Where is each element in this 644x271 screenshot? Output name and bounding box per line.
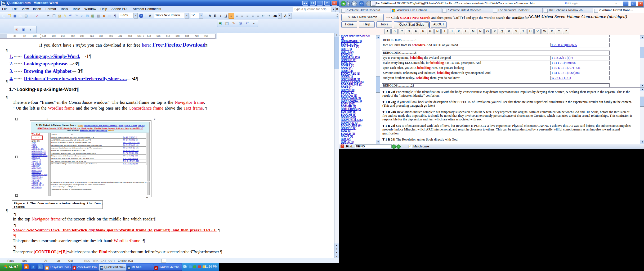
- google-search-field[interactable]: G Google ⌕: [564, 1, 618, 7]
- section-letter-C[interactable]: C: [399, 29, 405, 34]
- redo-icon[interactable]: ↷: [73, 13, 79, 19]
- cut-icon[interactable]: ✂: [46, 13, 51, 19]
- increase-indent-icon[interactable]: ⇥: [266, 13, 271, 19]
- toc-link[interactable]: Looking·up·a·phrase.: [24, 61, 68, 66]
- section-letter-Y[interactable]: Y: [556, 29, 562, 34]
- quicklaunch-firefox-icon[interactable]: ◉: [24, 264, 29, 269]
- tools-button[interactable]: Tools: [376, 21, 392, 28]
- format-painter-icon[interactable]: ✎: [62, 13, 68, 19]
- back-dropdown-icon[interactable]: ▾: [347, 1, 350, 6]
- section-letter-U[interactable]: U: [527, 29, 534, 34]
- justify-icon[interactable]: ≡: [245, 13, 250, 19]
- selection-handle[interactable]: [15, 118, 18, 120]
- menu-insert[interactable]: Insert: [31, 6, 43, 11]
- wordlist-link[interactable]: BODY-IDENTIFICATION: [341, 35, 377, 37]
- quicklaunch-ie-icon[interactable]: e: [31, 264, 35, 269]
- underline-icon[interactable]: U: [223, 13, 229, 19]
- word-document[interactable]: If·you·don’t·have·Firefox·you·can·downlo…: [0, 39, 334, 258]
- section-letter-F[interactable]: F: [420, 29, 426, 34]
- research-icon[interactable]: ◔: [40, 13, 46, 19]
- picture-insert-icon[interactable]: ▣: [217, 21, 223, 26]
- font-name-combobox[interactable]: Times New Roman: [154, 13, 185, 18]
- section-letter-M[interactable]: M: [470, 29, 476, 34]
- quick-start-guide-button[interactable]: Quick Start Guide: [394, 21, 430, 28]
- section-letter-L[interactable]: L: [463, 29, 469, 34]
- find-input[interactable]: BEING: [355, 144, 392, 148]
- wordlist-frame[interactable]: BODY-IDENTIFICATION(1)BODY-IMAGE (1)BOLS…: [340, 35, 377, 144]
- help-button[interactable]: Help: [359, 21, 375, 28]
- open-icon[interactable]: ❐: [7, 13, 12, 19]
- float-overflow-icon[interactable]: ▾: [28, 27, 33, 33]
- inline-link[interactable]: here: [142, 43, 150, 48]
- menu-view[interactable]: View: [20, 6, 31, 11]
- ff-minimize-button[interactable]: –: [623, 1, 629, 6]
- language-indicator[interactable]: EN: [183, 265, 187, 268]
- scroll-up-icon[interactable]: ▲: [640, 88, 644, 91]
- close-button[interactable]: ✕: [332, 1, 337, 6]
- picture-crop-icon[interactable]: ◲: [238, 21, 243, 26]
- new-document-icon[interactable]: ▢: [1, 13, 7, 19]
- zoom-combobox[interactable]: 100%: [119, 13, 134, 18]
- toc-item[interactable]: 1. °°°°°·Looking·up·a·Single·Word.·1¶: [10, 54, 91, 59]
- menu-format[interactable]: Format: [43, 6, 58, 11]
- align-left-icon[interactable]: ≡: [229, 13, 234, 19]
- reference-link[interactable]: T 25 B 4 T(866)685: [551, 43, 577, 47]
- scroll-thumb[interactable]: [640, 47, 644, 58]
- text-frame-scrollbar[interactable]: ▲ ▼: [640, 87, 644, 144]
- type-question-input[interactable]: Type a question for help: [293, 7, 333, 12]
- scroll-down-icon[interactable]: ▼: [640, 84, 644, 88]
- section-letter-H[interactable]: H: [434, 29, 441, 34]
- concordance-row-ref[interactable]: T 11 I 9 T(479)306: [550, 61, 609, 65]
- concordance-row-ref[interactable]: T 1 B 22b T(6)-6-: [550, 56, 609, 60]
- back-icon[interactable]: ◀: [341, 1, 346, 6]
- taskbar-task[interactable]: A3 Adobe Acroba...: [153, 264, 182, 271]
- reference-link[interactable]: T 19 D 17 T(707)- 531: [551, 66, 580, 70]
- section-letter-K[interactable]: K: [456, 29, 462, 34]
- toc-number[interactable]: 2.: [10, 61, 13, 66]
- concordance-row-ref[interactable]: T 19 D 17 T(707)- 531: [550, 66, 609, 70]
- toc-number[interactable]: 3.: [10, 69, 13, 74]
- save-icon[interactable]: ▣: [12, 13, 18, 19]
- concordance-scrollbar[interactable]: ▲ ▼: [640, 35, 644, 88]
- toc-link[interactable]: If·it·doesn’t·seem·to·work·or·feels·real…: [24, 76, 127, 81]
- find-close-icon[interactable]: ×: [341, 144, 344, 148]
- window-extra-icon[interactable]: ❐: [310, 1, 316, 6]
- taskbar-task[interactable]: WQuickStart.htm -: [99, 264, 127, 271]
- bulleted-list-icon[interactable]: ≡: [256, 13, 261, 19]
- taskbar-task[interactable]: ZZoneAlarm Pro: [71, 264, 100, 271]
- reference-link[interactable]: T 11 I 9 T(479)306: [551, 61, 576, 65]
- taskbar-task[interactable]: WMENUS: [126, 264, 155, 271]
- insert-excel-icon[interactable]: ▦: [90, 13, 96, 19]
- concordance-row-ref[interactable]: W 73 L 2 (141): [550, 76, 609, 80]
- section-letter-V[interactable]: V: [534, 29, 541, 34]
- type-question-dropdown-icon[interactable]: ▼: [332, 7, 336, 12]
- tray-icon[interactable]: [193, 265, 196, 268]
- browse-object-icon[interactable]: ●: [334, 247, 339, 251]
- section-letter-O[interactable]: O: [484, 29, 491, 34]
- reload-icon[interactable]: ⟳: [359, 1, 364, 6]
- section-letter-I[interactable]: I: [441, 29, 448, 34]
- menu-acrobat-comments[interactable]: Acrobat Comments: [131, 6, 163, 11]
- section-letter-P[interactable]: P: [491, 29, 498, 34]
- start-button[interactable]: start: [0, 263, 22, 271]
- wordlist-link[interactable]: BORNE (2): [341, 92, 377, 94]
- scroll-down-icon[interactable]: ▼: [334, 255, 339, 258]
- wordlist-link[interactable]: BOUNDARIES (5): [341, 119, 377, 121]
- word-titlebar[interactable]: W QuickStart.htm - Microsoft Word ◄► ❐ –…: [0, 0, 339, 6]
- quicklaunch-desktop-icon[interactable]: □: [38, 264, 43, 269]
- find-previous-icon[interactable]: ↑: [396, 144, 401, 149]
- selection-handle[interactable]: [15, 156, 18, 158]
- scroll-down-icon[interactable]: ▼: [376, 140, 380, 144]
- section-letter-X[interactable]: X: [549, 29, 555, 34]
- match-case-checkbox[interactable]: ✓: [409, 145, 412, 148]
- reference-link[interactable]: W 73 L 2 (141): [551, 76, 571, 80]
- picture-brush-icon[interactable]: ✎: [231, 21, 236, 26]
- section-letter-N[interactable]: N: [477, 29, 484, 34]
- toc-item[interactable]: 4. °°°°°·If·it·doesn’t·seem·to·work·or·f…: [10, 76, 138, 82]
- scroll-thumb[interactable]: [376, 76, 380, 93]
- align-right-icon[interactable]: ≡: [240, 13, 245, 19]
- ff-restore-button[interactable]: □: [630, 1, 636, 6]
- minimize-button[interactable]: –: [317, 1, 323, 6]
- insert-table-icon[interactable]: ⊞: [84, 13, 90, 19]
- toolbar-overflow-icon[interactable]: »▾: [337, 13, 338, 18]
